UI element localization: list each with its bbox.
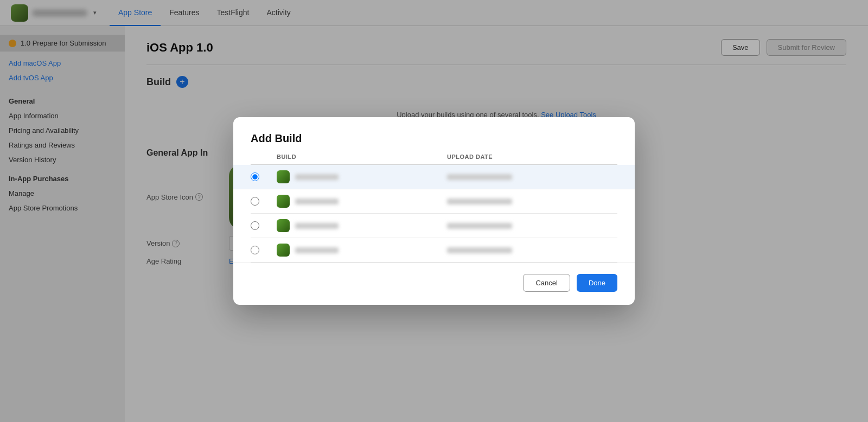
row-build-1 (277, 170, 447, 183)
build-version-blurred-4 (295, 247, 339, 253)
col-build-header: BUILD (277, 154, 447, 160)
build-icon-3 (277, 219, 290, 232)
table-row[interactable] (251, 189, 617, 214)
date-blurred-2 (447, 199, 512, 204)
table-row[interactable] (251, 214, 617, 238)
modal-table: BUILD UPLOAD DATE (233, 154, 635, 263)
row-build-2 (277, 195, 447, 208)
build-icon-1 (277, 170, 290, 183)
radio-input-4[interactable] (251, 246, 259, 254)
modal-footer: Cancel Done (233, 263, 635, 305)
add-build-modal: Add Build BUILD UPLOAD DATE (233, 117, 635, 305)
table-row[interactable] (233, 165, 635, 189)
radio-input-3[interactable] (251, 221, 259, 230)
done-button[interactable]: Done (577, 274, 617, 292)
date-blurred-1 (447, 174, 512, 180)
col-date-header: UPLOAD DATE (447, 154, 617, 160)
col-radio-header (251, 154, 277, 160)
table-header: BUILD UPLOAD DATE (251, 154, 617, 165)
modal-title: Add Build (233, 117, 635, 154)
radio-input-1[interactable] (251, 172, 259, 181)
table-row[interactable] (251, 238, 617, 263)
row-date-1 (447, 174, 617, 180)
row-date-4 (447, 247, 617, 253)
build-icon-4 (277, 244, 290, 257)
modal-overlay[interactable]: Add Build BUILD UPLOAD DATE (0, 0, 868, 422)
row-radio-3[interactable] (251, 221, 277, 230)
build-version-blurred-1 (295, 174, 339, 180)
row-build-4 (277, 244, 447, 257)
build-version-blurred-2 (295, 199, 339, 204)
row-radio-2[interactable] (251, 197, 277, 206)
row-build-3 (277, 219, 447, 232)
row-radio-1[interactable] (251, 172, 277, 181)
row-date-2 (447, 199, 617, 204)
cancel-button[interactable]: Cancel (523, 274, 570, 292)
date-blurred-4 (447, 247, 512, 253)
row-date-3 (447, 223, 617, 229)
build-version-blurred-3 (295, 223, 339, 229)
radio-input-2[interactable] (251, 197, 259, 206)
date-blurred-3 (447, 223, 512, 229)
build-icon-2 (277, 195, 290, 208)
row-radio-4[interactable] (251, 246, 277, 254)
